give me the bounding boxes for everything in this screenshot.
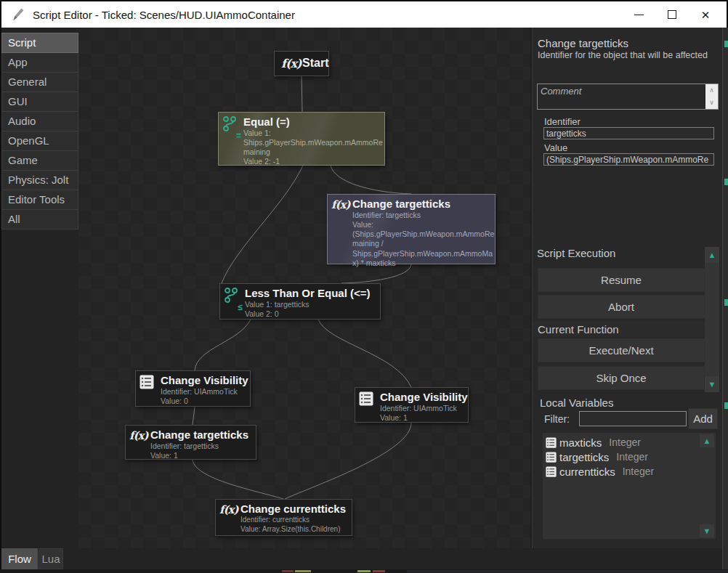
- sidebar-item-general[interactable]: General: [1, 72, 78, 92]
- variable-list: maxticks Integer targetticks Integer c: [543, 433, 716, 539]
- node-change-targetticks-main[interactable]: f(x) Change targetticks Identifier: targ…: [327, 194, 496, 264]
- sidebar-item-physics-jolt[interactable]: Physics: Jolt: [1, 170, 78, 190]
- titlebar: Script Editor - Ticked: Scenes/HUD.UIAmm…: [1, 1, 727, 28]
- minimize-button[interactable]: [622, 1, 655, 28]
- variable-type: Integer: [623, 466, 655, 477]
- skip-once-button[interactable]: Skip Once: [538, 366, 705, 390]
- variable-name: maxticks: [559, 436, 602, 449]
- pen-icon: [11, 7, 25, 22]
- maximize-button[interactable]: [655, 1, 689, 28]
- scroll-down-icon: ▼: [708, 381, 716, 389]
- maximize-icon: [668, 10, 676, 19]
- chevron-down-icon: ∨: [709, 99, 714, 106]
- local-variables-title: Local Variables: [540, 397, 613, 409]
- bottom-edge-artifact: [357, 570, 371, 572]
- node-graph-canvas[interactable]: f(x) Start = Equal (=) Value 1: Ships.gP…: [78, 28, 530, 548]
- scroll-up-icon: ▲: [703, 437, 711, 445]
- variable-row-maxticks[interactable]: maxticks Integer: [543, 435, 716, 450]
- bottom-edge-artifact: [407, 570, 728, 573]
- fx-icon: f(x): [281, 57, 302, 70]
- close-icon: ✕: [701, 9, 711, 20]
- node-start[interactable]: f(x) Start: [274, 51, 329, 76]
- inspector-title: Change targetticks: [538, 37, 628, 49]
- variable-name: currentticks: [559, 466, 615, 478]
- node-change-visibility-hide[interactable]: Change Visibility Identifier: UIAmmoTick…: [135, 370, 251, 407]
- list-icon: [139, 375, 154, 392]
- equal-glyph: =: [236, 131, 241, 140]
- sidebar-item-app[interactable]: App: [1, 52, 78, 73]
- node-change-visibility-show[interactable]: Change Visibility Identifier: UIAmmoTick…: [355, 387, 469, 423]
- variable-type: Integer: [616, 451, 648, 463]
- right-edge-scrollbar[interactable]: [722, 28, 728, 573]
- identifier-label: Identifier: [544, 116, 581, 127]
- close-button[interactable]: ✕: [689, 1, 722, 28]
- variable-row-targetticks[interactable]: targetticks Integer: [543, 450, 716, 464]
- script-execution-title: Script Execution: [537, 247, 615, 259]
- node-change-currentticks[interactable]: f(x) Change currentticks Identifier: cur…: [215, 499, 352, 536]
- comment-scrollbar[interactable]: ∧ ∨: [705, 84, 718, 109]
- fx-icon: f(x): [331, 198, 350, 211]
- identifier-input[interactable]: [543, 127, 714, 139]
- add-variable-button[interactable]: Add: [688, 408, 718, 429]
- variable-row-currentticks[interactable]: currentticks Integer: [543, 464, 716, 479]
- sidebar-item-game[interactable]: Game: [1, 150, 78, 171]
- bottom-edge-strip: [0, 569, 728, 573]
- window-controls: ✕: [622, 1, 727, 28]
- tab-flow[interactable]: Flow: [1, 548, 38, 569]
- tab-lua[interactable]: Lua: [39, 548, 63, 569]
- list-icon: [546, 452, 557, 463]
- sidebar-item-gui[interactable]: GUI: [1, 92, 78, 112]
- value-label: Value: [544, 142, 567, 153]
- scroll-down-icon: ▼: [703, 527, 711, 535]
- list-icon: [359, 391, 373, 409]
- node-title: Change Visibility: [161, 374, 245, 386]
- node-title: Start: [302, 57, 323, 70]
- bottom-edge-artifact: [295, 570, 311, 572]
- node-less-than-or-equal[interactable]: ≤ Less Than Or Equal (<=) Value 1: targe…: [219, 283, 381, 320]
- comment-box: ∧ ∨: [537, 84, 719, 110]
- execute-next-button[interactable]: Execute/Next: [538, 338, 705, 362]
- node-title: Change targetticks: [352, 198, 490, 210]
- variable-name: targetticks: [559, 451, 609, 463]
- bottom-edge-artifact: [373, 570, 385, 572]
- node-change-targetticks-reset[interactable]: f(x) Change targetticks Identifier: targ…: [125, 425, 256, 460]
- node-equal[interactable]: = Equal (=) Value 1: Ships.gPlayerShip.m…: [218, 112, 385, 166]
- chevron-up-icon: ∧: [709, 87, 714, 94]
- abort-button[interactable]: Abort: [538, 295, 705, 319]
- list-icon: [546, 437, 557, 448]
- list-icon: [546, 466, 557, 477]
- branch-equal-icon: =: [222, 116, 241, 139]
- scroll-up-button[interactable]: ▲: [705, 247, 719, 263]
- lte-glyph: ≤: [238, 303, 243, 312]
- scroll-down-button[interactable]: ▼: [705, 376, 719, 392]
- filter-label: Filter:: [544, 413, 570, 425]
- variable-type: Integer: [609, 436, 641, 448]
- node-title: Change Visibility: [380, 391, 463, 403]
- sidebar-item-audio[interactable]: Audio: [1, 111, 78, 131]
- resume-button[interactable]: Resume: [538, 268, 705, 292]
- sidebar-item-script[interactable]: Script: [1, 33, 78, 53]
- window-title: Script Editor - Ticked: Scenes/HUD.UIAmm…: [33, 9, 295, 21]
- bottom-edge-artifact: [282, 570, 294, 572]
- scroll-tick: [724, 179, 728, 185]
- value-input[interactable]: [543, 153, 714, 166]
- scroll-tick: [724, 402, 728, 409]
- branch-lte-icon: ≤: [224, 288, 243, 311]
- variables-scroll-up-button[interactable]: ▲: [700, 434, 714, 447]
- sidebar-item-opengl[interactable]: OpenGL: [1, 131, 78, 151]
- scroll-tick: [724, 41, 728, 47]
- filter-input[interactable]: [579, 411, 687, 426]
- execution-scrollbar[interactable]: [705, 247, 719, 392]
- comment-input[interactable]: [538, 84, 705, 109]
- current-function-label: Current Function: [533, 322, 705, 337]
- sidebar-item-all[interactable]: All: [1, 209, 78, 229]
- node-title: Change currentticks: [240, 503, 347, 515]
- scroll-up-icon: ▲: [708, 251, 716, 259]
- variables-scroll-down-button[interactable]: ▼: [700, 524, 714, 537]
- node-title: Equal (=): [243, 115, 379, 128]
- fx-icon: f(x): [129, 429, 148, 442]
- node-title: Change targetticks: [150, 428, 251, 441]
- node-category-sidebar: Script App General GUI Audio OpenGL Game…: [1, 33, 78, 229]
- sidebar-item-editor-tools[interactable]: Editor Tools: [1, 190, 78, 210]
- fx-icon: f(x): [219, 503, 238, 516]
